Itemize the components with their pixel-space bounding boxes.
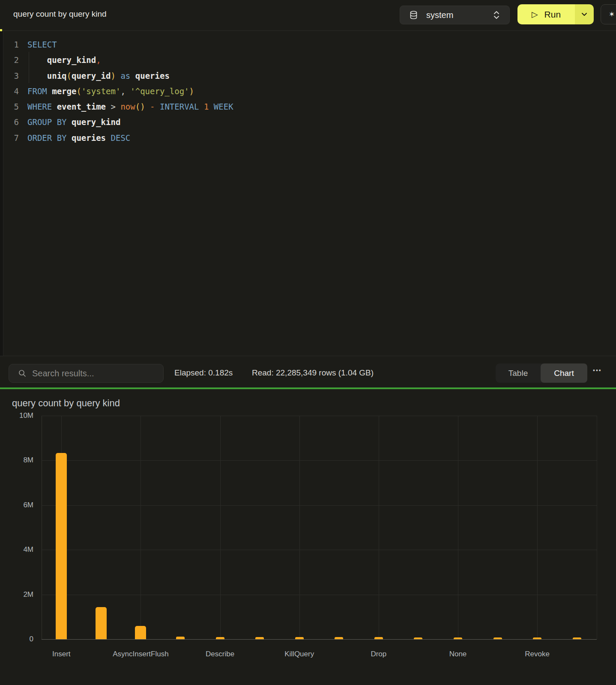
ellipsis-icon: •••: [593, 367, 602, 374]
chart-bar[interactable]: [176, 637, 185, 639]
line-number: 3: [3, 68, 19, 83]
gridline-v: [379, 416, 379, 639]
line-number: 7: [3, 130, 19, 146]
gridline-h: [42, 416, 597, 416]
database-selector[interactable]: system: [400, 6, 510, 24]
code-text: FROM merge('system', '^query_log'): [27, 83, 194, 99]
gridline-h: [42, 595, 597, 595]
chart-title: query count by query kind: [12, 398, 120, 409]
code-text: ORDER BY queries DESC: [27, 130, 130, 146]
y-axis-line: [42, 416, 42, 639]
chart-bar[interactable]: [216, 637, 224, 639]
search-icon: [18, 369, 26, 377]
chart-view-button[interactable]: Chart: [541, 363, 587, 383]
table-view-button[interactable]: Table: [496, 363, 541, 383]
x-axis-category-label: Revoke: [490, 650, 584, 658]
search-results-input[interactable]: [31, 368, 153, 379]
line-number: 2: [3, 52, 19, 68]
chart-panel: query count by query kind 02M4M6M8M10MIn…: [0, 389, 616, 685]
gridline-v: [537, 416, 538, 639]
code-text: SELECT: [27, 37, 57, 52]
elapsed-stat: Elapsed: 0.182s: [174, 368, 233, 378]
code-line: 2 query_kind,: [3, 52, 616, 68]
chart-bar[interactable]: [56, 453, 67, 639]
database-selector-value: system: [426, 10, 453, 20]
code-line: 1SELECT: [3, 37, 616, 52]
code-line: 6GROUP BY query_kind: [3, 114, 616, 130]
query-tab-title: query count by query kind: [13, 9, 107, 19]
code-line: 5WHERE event_time > now() - INTERVAL 1 W…: [3, 99, 616, 114]
y-axis-tick-label: 10M: [0, 411, 33, 420]
gridline-v: [597, 416, 597, 639]
chevron-down-icon: [581, 11, 587, 18]
select-chevrons-icon: [493, 10, 500, 20]
chart-bar[interactable]: [374, 637, 383, 639]
database-icon: [410, 11, 418, 20]
chart-bar[interactable]: [573, 637, 581, 639]
code-lines: 1SELECT2 query_kind,3 uniq(query_id) as …: [3, 37, 616, 146]
sparkle-icon: ✶: [609, 10, 615, 19]
y-axis-tick-label: 4M: [0, 545, 33, 554]
line-number: 6: [3, 114, 19, 130]
code-text: WHERE event_time > now() - INTERVAL 1 WE…: [27, 99, 233, 114]
y-axis-tick-label: 8M: [0, 456, 33, 465]
play-icon: ▷: [532, 10, 538, 18]
gridline-v: [458, 416, 458, 639]
topbar: query count by query kind system ▷: [0, 0, 616, 31]
gridline-h: [42, 550, 597, 550]
line-number: 5: [3, 99, 19, 114]
code-text: uniq(query_id) as queries: [27, 68, 170, 83]
gridline-h: [42, 505, 597, 506]
sql-editor[interactable]: 1SELECT2 query_kind,3 uniq(query_id) as …: [3, 31, 616, 356]
chart-bar[interactable]: [493, 637, 502, 639]
line-number: 1: [3, 37, 19, 52]
code-text: GROUP BY query_kind: [27, 114, 120, 130]
chart-bar[interactable]: [533, 637, 541, 639]
search-results-box[interactable]: [9, 364, 164, 383]
chart-bar[interactable]: [454, 637, 462, 639]
gridline-v: [220, 416, 221, 639]
chart-bar[interactable]: [255, 637, 264, 639]
chart-bar[interactable]: [96, 607, 107, 639]
y-axis-tick-label: 6M: [0, 501, 33, 509]
run-button-group: ▷ Run: [517, 4, 594, 24]
code-text: query_kind,: [27, 52, 101, 68]
code-line: 4FROM merge('system', '^query_log'): [3, 83, 616, 99]
code-line: 7ORDER BY queries DESC: [3, 130, 616, 146]
more-options-button[interactable]: •••: [590, 366, 604, 374]
run-options-button[interactable]: [575, 4, 594, 24]
gridline-v: [299, 416, 300, 639]
chart-bar[interactable]: [335, 637, 343, 639]
view-toggle: Table Chart: [496, 363, 587, 383]
chart-bar[interactable]: [414, 637, 422, 639]
chart-bar[interactable]: [295, 637, 304, 639]
sql-console-window: query count by query kind system ▷: [0, 0, 616, 685]
x-axis-line: [42, 639, 597, 640]
run-button[interactable]: ▷ Run: [517, 4, 575, 24]
results-toolbar: Elapsed: 0.182s Read: 22,285,349 rows (1…: [0, 356, 616, 388]
run-button-label: Run: [544, 9, 561, 20]
read-stat: Read: 22,285,349 rows (1.04 GB): [252, 368, 374, 378]
gridline-v: [141, 416, 141, 639]
code-line: 3 uniq(query_id) as queries: [3, 68, 616, 83]
line-number: 4: [3, 83, 19, 99]
assistant-button[interactable]: ✶: [601, 4, 616, 24]
y-axis-tick-label: 0: [0, 635, 33, 643]
y-axis-tick-label: 2M: [0, 590, 33, 599]
panel-resize-indicator: [0, 29, 2, 31]
gridline-h: [42, 460, 597, 461]
chart-bar[interactable]: [135, 626, 146, 639]
